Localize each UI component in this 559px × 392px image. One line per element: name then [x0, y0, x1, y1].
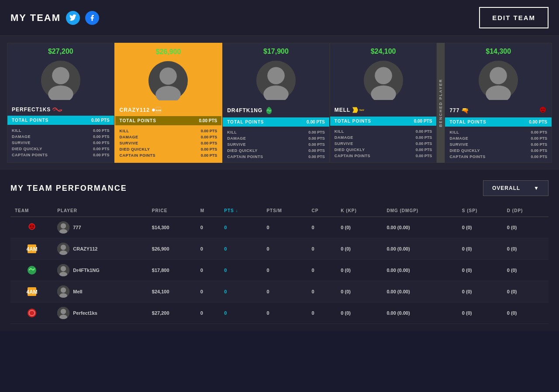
player-name-label: CRAZY112 [73, 246, 97, 251]
col-ptsm: PTS/M [262, 205, 307, 217]
facebook-button[interactable] [85, 11, 99, 25]
player-card-crazy112[interactable]: $26,900 CRAZY112 4AM TOTAL POINTS 0.00 P… [114, 43, 223, 163]
card-avatar [223, 57, 329, 103]
cell-k-kp: 0 (0) [336, 260, 382, 281]
svg-text:4AM: 4AM [27, 289, 37, 295]
stat-row: DIED QUICKLY 0.00 PTS [335, 147, 432, 153]
total-label: TOTAL POINTS [335, 119, 371, 124]
stat-value: 0.00 PTS [416, 154, 432, 158]
card-stats: KILL 0.00 PTS DAMAGE 0.00 PTS SURVIVE 0.… [330, 126, 437, 162]
stat-label: KILL [120, 129, 129, 133]
cell-player-name: Perfect1ks [53, 303, 148, 324]
table-row: Dr4FTk1NG $17,800 0 0 0 0 0 (0) 0.00 (0.… [10, 260, 549, 281]
stat-label: KILL [227, 130, 237, 134]
col-pts: PTS ↓ [220, 205, 262, 217]
cell-dmg: 0.00 (0.00) [382, 281, 457, 303]
stat-label: CAPTAIN POINTS [120, 153, 155, 158]
stat-row: KILL 0.00 PTS [449, 129, 547, 135]
stat-value: 0.00 PTS [531, 136, 547, 141]
cell-k-kp: 0 (0) [336, 281, 382, 303]
stat-row: DAMAGE 0.00 PTS [12, 134, 110, 140]
stat-row: CAPTAIN POINTS 0.00 PTS [120, 152, 217, 158]
cell-cp: 0 [307, 217, 337, 238]
stat-value: 0.00 PTS [308, 155, 325, 159]
stat-label: SURVIVE [12, 141, 31, 145]
stat-value: 0.00 PTS [308, 130, 325, 134]
stat-row: SURVIVE 0.00 PTS [449, 141, 547, 148]
stat-value: 0.00 PTS [531, 148, 547, 153]
dropdown-label: OVERALL [492, 185, 520, 191]
total-points-value: 0.00 PTS [414, 119, 432, 124]
cell-dmg: 0.00 (0.00) [382, 303, 457, 324]
stat-value: 0.00 PTS [531, 142, 547, 147]
card-player-name: 777 [449, 107, 459, 113]
stat-row: DIED QUICKLY 0.00 PTS [227, 148, 325, 154]
stat-label: KILL [12, 128, 21, 133]
svg-point-22 [543, 109, 545, 110]
card-player-name: CRAZY112 [120, 107, 150, 113]
card-badge-icon [52, 106, 62, 113]
svg-point-1 [52, 67, 69, 84]
card-avatar [330, 57, 437, 103]
stat-value: 0.00 PTS [531, 155, 547, 159]
stat-label: KILL [335, 129, 344, 134]
cell-d-dp: 0 (0) [503, 260, 549, 281]
cell-k-kp: 0 (0) [336, 217, 382, 238]
col-team: TEAM [10, 205, 53, 217]
stat-label: CAPTAIN POINTS [449, 155, 485, 159]
card-price: $27,200 [7, 43, 114, 57]
total-points-value: 0.00 PTS [91, 118, 110, 123]
svg-point-18 [490, 67, 507, 84]
svg-point-21 [541, 109, 542, 110]
cell-s-sp: 0 (0) [458, 260, 503, 281]
col-dmg: DMG (DMGP) [382, 205, 457, 217]
stat-label: DAMAGE [227, 136, 246, 141]
cell-m: 0 [196, 303, 220, 324]
player-card-777[interactable]: $14,300 777 🔫 TOTAL POINTS 0.00 PTS KILL… [445, 43, 552, 163]
player-card-mell[interactable]: $24,100 MELL NaVi TOTAL POINTS 0.00 PTS … [330, 43, 437, 163]
stat-label: SURVIVE [120, 141, 138, 145]
card-team-logo [538, 106, 547, 115]
stat-row: DAMAGE 0.00 PTS [120, 134, 217, 140]
card-avatar [445, 57, 552, 103]
svg-point-4 [160, 67, 177, 85]
col-k: K (KP) [336, 205, 382, 217]
stat-value: 0.00 PTS [201, 129, 217, 133]
table-row: 4AM CRAZY112 $26,900 0 0 0 0 0 (0) 0.00 … [10, 238, 549, 260]
stat-label: DIED QUICKLY [227, 148, 258, 153]
card-name-row: DR4FTK1NG [223, 103, 329, 117]
stat-value: 0.00 PTS [93, 153, 110, 157]
stat-value: 0.00 PTS [416, 129, 432, 134]
player-thumbnail [57, 243, 69, 255]
player-card-dr4ftk1ng[interactable]: $17,900 DR4FTK1NG TOTAL POINTS 0.00 PTS … [222, 43, 330, 163]
stat-label: SURVIVE [335, 141, 353, 146]
total-label: TOTAL POINTS [120, 118, 156, 123]
card-name-row: MELL NaVi [330, 103, 437, 117]
cell-s-sp: 0 (0) [458, 217, 503, 238]
card-stats: KILL 0.00 PTS DAMAGE 0.00 PTS SURVIVE 0.… [7, 125, 114, 161]
edit-team-button[interactable]: EDIT TEAM [479, 7, 549, 28]
cell-price: $26,900 [148, 238, 196, 260]
card-badge-icon: NaVi [352, 106, 364, 114]
cell-pts: 0 [220, 303, 262, 324]
twitter-icon [69, 14, 76, 21]
twitter-button[interactable] [66, 11, 80, 25]
stat-row: KILL 0.00 PTS [227, 129, 325, 135]
card-avatar [115, 58, 222, 104]
performance-header: MY TEAM PERFORMANCE OVERALL ▼ [10, 180, 549, 196]
stat-row: DAMAGE 0.00 PTS [335, 134, 432, 141]
benched-label: BENCHED PLAYER [437, 43, 445, 163]
chevron-down-icon: ▼ [534, 185, 539, 191]
card-stats: KILL 0.00 PTS DAMAGE 0.00 PTS SURVIVE 0.… [445, 127, 552, 162]
stat-label: KILL [449, 130, 459, 134]
stat-value: 0.00 PTS [201, 147, 217, 151]
card-name-row: 777 🔫 [445, 103, 552, 117]
stat-label: DIED QUICKLY [12, 147, 42, 151]
cell-player-name: MeII [53, 281, 148, 303]
cell-s-sp: 0 (0) [458, 281, 503, 303]
overall-dropdown[interactable]: OVERALL ▼ [483, 180, 549, 196]
stat-value: 0.00 PTS [416, 141, 432, 146]
player-card-perfect1ks[interactable]: $27,200 PERFECT1KS TOTAL POINTS 0.00 PTS… [7, 43, 114, 163]
stat-row: DIED QUICKLY 0.00 PTS [12, 146, 110, 152]
cell-m: 0 [196, 238, 220, 260]
